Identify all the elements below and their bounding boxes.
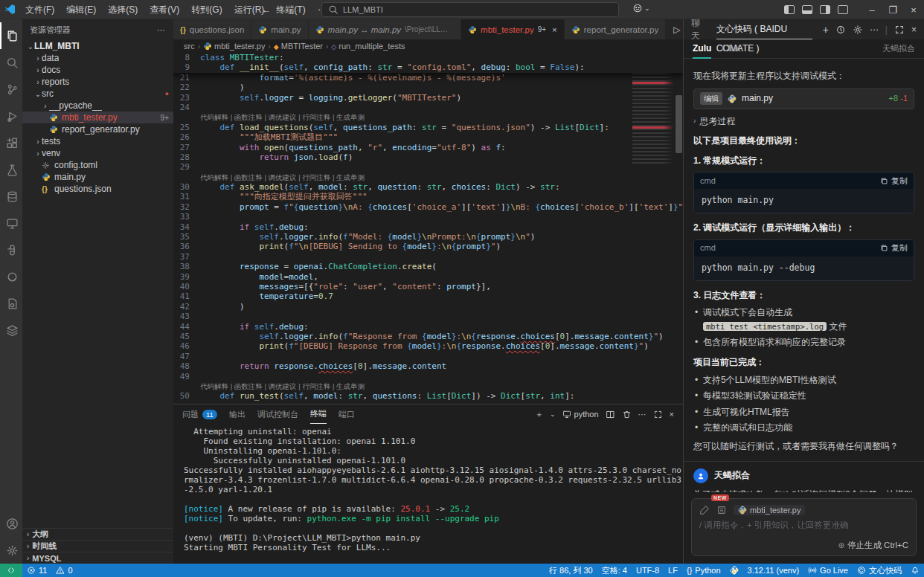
instruction-icon[interactable] — [699, 505, 710, 515]
stop-generating-button[interactable]: ⊙ 停止生成 Ctrl+C — [838, 540, 908, 551]
expand-icon[interactable] — [894, 25, 905, 35]
explorer-more-icon[interactable]: ⋯ — [157, 25, 166, 35]
tab-zulu[interactable]: Zulu — [693, 39, 711, 59]
editor-tab[interactable]: {}questions.json — [173, 19, 251, 39]
copy-button[interactable]: 复制 — [880, 175, 908, 187]
editor-tab[interactable]: report_generator.py — [565, 19, 666, 39]
tree-item-tests[interactable]: ›tests — [22, 135, 173, 147]
more-icon[interactable]: ⋯ — [870, 25, 879, 35]
tree-item-configtoml[interactable]: config.toml — [22, 159, 173, 171]
status-pylogo[interactable] — [725, 564, 743, 577]
section-时间线[interactable]: ›时间线 — [22, 540, 173, 552]
section-mysql[interactable]: ›MYSQL — [22, 552, 173, 564]
menu-item[interactable]: 查看(V) — [144, 0, 185, 19]
breadcrumb-item[interactable]: src — [184, 42, 195, 51]
breadcrumb-item[interactable]: mbti_tester.py — [203, 42, 265, 51]
customize-layout-icon[interactable] — [838, 5, 848, 14]
kill-terminal-icon[interactable] — [622, 410, 632, 419]
status-warn[interactable]: 0 — [51, 564, 77, 577]
more-icon[interactable]: ⋯ — [638, 410, 647, 419]
tree-item-venv[interactable]: ›venv — [22, 147, 173, 159]
tree-item-mainpy[interactable]: main.py — [22, 171, 173, 183]
chat-input-box[interactable]: NEW mbti_tester.py / 调用指令，+ 引用知识，让回答更准确 … — [691, 498, 917, 556]
menu-item[interactable]: 编辑(E) — [60, 0, 102, 19]
tree-item-questionsjson[interactable]: {}questions.json — [22, 183, 173, 195]
thinking-process-toggle[interactable]: › 思考过程 — [693, 115, 914, 129]
status-8630[interactable]: 行 86, 列 30 — [545, 564, 597, 577]
account-label[interactable]: 天蝎拟合 — [882, 43, 915, 54]
new-terminal-icon[interactable]: ＋ — [535, 409, 543, 420]
breadcrumb-item[interactable]: ◆MBTITester — [274, 42, 323, 51]
context-file-chip[interactable]: mbti_tester.py — [734, 505, 805, 515]
editor-tab[interactable]: main.py — [251, 19, 308, 39]
close-panel-icon[interactable]: × — [911, 25, 917, 35]
toggle-secondary-sidebar-icon[interactable] — [820, 5, 830, 14]
knowledge-icon[interactable] — [716, 505, 727, 515]
editor-tab[interactable]: main.py ↔ main.py\Project\LLM_MBTI - .. — [309, 19, 461, 39]
command-search-box[interactable]: LLM_MBTI — [321, 2, 619, 17]
panel-tab-问题[interactable]: 问题11 — [182, 404, 217, 424]
minimize-button[interactable]: – — [862, 0, 882, 19]
tree-item-llm_mbti[interactable]: ⌄LLM_MBTI — [22, 40, 173, 52]
edit-file-card[interactable]: 编辑 main.py +8 -1 — [693, 88, 914, 109]
assistant-menu-icon[interactable]: ⌄ — [632, 3, 650, 13]
new-chat-icon[interactable]: + — [823, 24, 829, 36]
terminal-output[interactable]: Attempting uninstall: openai Found exist… — [173, 424, 683, 564]
flask-icon[interactable] — [0, 156, 22, 183]
jupyter-icon[interactable] — [0, 263, 22, 290]
split-terminal-icon[interactable] — [606, 410, 615, 419]
tab-chat[interactable]: Chat — [722, 39, 740, 59]
filegear-icon[interactable] — [0, 290, 22, 317]
back-icon[interactable]: ← — [262, 4, 271, 15]
toggle-panel-icon[interactable] — [802, 5, 812, 14]
maximize-panel-icon[interactable] — [653, 410, 663, 419]
files-icon[interactable] — [0, 22, 22, 49]
panel-tab-输出[interactable]: 输出 — [229, 404, 246, 424]
editor-tab[interactable]: mbti_tester.py9+× — [461, 19, 565, 39]
section-大纲[interactable]: ›大纲 — [22, 528, 173, 540]
chevron-down-icon[interactable]: ⌄ — [550, 410, 556, 418]
debug-icon[interactable] — [0, 103, 22, 129]
status-braces[interactable]: {}Python — [682, 564, 725, 577]
restore-button[interactable]: ❐ — [882, 0, 903, 19]
history-icon[interactable] — [835, 25, 846, 35]
menu-item[interactable]: 选择(S) — [102, 0, 144, 19]
tree-item-reports[interactable]: ›reports — [22, 76, 173, 88]
status-comate[interactable]: 文心快码 — [853, 564, 906, 577]
menu-item[interactable]: 文件(F) — [19, 0, 60, 19]
db-icon[interactable] — [0, 183, 22, 210]
close-panel-icon[interactable]: × — [670, 410, 674, 419]
status-bell[interactable] — [906, 564, 924, 577]
breadcrumb-item[interactable]: ◇run_multiple_tests — [331, 42, 405, 51]
menu-item[interactable]: 转到(G) — [185, 0, 228, 19]
run-button[interactable]: ▷ — [673, 25, 680, 35]
close-window-button[interactable]: × — [903, 0, 924, 19]
close-tab-icon[interactable]: × — [552, 25, 557, 34]
tree-item-report_generatorpy[interactable]: report_generator.py — [22, 123, 173, 135]
tree-item-src[interactable]: ⌄src● — [22, 88, 173, 100]
tree-item-docs[interactable]: ›docs — [22, 64, 173, 76]
tree-item-mbti_testerpy[interactable]: mbti_tester.py9+ — [22, 112, 173, 123]
panel-tab-comate[interactable]: 文心快码 ( BAIDU COMATE ) — [716, 19, 812, 39]
status-error[interactable]: 11 — [22, 564, 51, 577]
editor-scrollbar[interactable] — [676, 95, 682, 153]
search-icon[interactable] — [0, 49, 22, 76]
monitor-icon[interactable] — [0, 210, 22, 236]
status-31211venv[interactable]: 3.12.11 (venv) — [743, 564, 804, 577]
toggle-primary-sidebar-icon[interactable] — [784, 5, 795, 14]
code-editor[interactable]: 8class MBTITester:9 def __init__(self, c… — [173, 53, 683, 404]
status-utf8[interactable]: UTF-8 — [632, 564, 664, 577]
settings-icon[interactable] — [853, 25, 863, 35]
forward-icon[interactable]: → — [278, 4, 287, 15]
status-lf[interactable]: LF — [664, 564, 682, 577]
terminal-shell-selector[interactable]: python — [562, 410, 599, 419]
ext-icon[interactable] — [0, 129, 22, 156]
panel-tab-chat[interactable]: 聊天 — [691, 17, 706, 42]
copy-button[interactable]: 复制 — [880, 242, 908, 254]
status-broadcast[interactable]: Go Live — [803, 564, 853, 577]
panel-tab-端口[interactable]: 端口 — [339, 404, 355, 424]
tree-item-data[interactable]: ›data — [22, 52, 173, 64]
panel-tab-终端[interactable]: 终端 — [310, 404, 327, 424]
python-icon[interactable] — [0, 236, 22, 263]
breadcrumb[interactable]: src›mbti_tester.py›◆MBTITester›◇run_mult… — [173, 39, 683, 53]
